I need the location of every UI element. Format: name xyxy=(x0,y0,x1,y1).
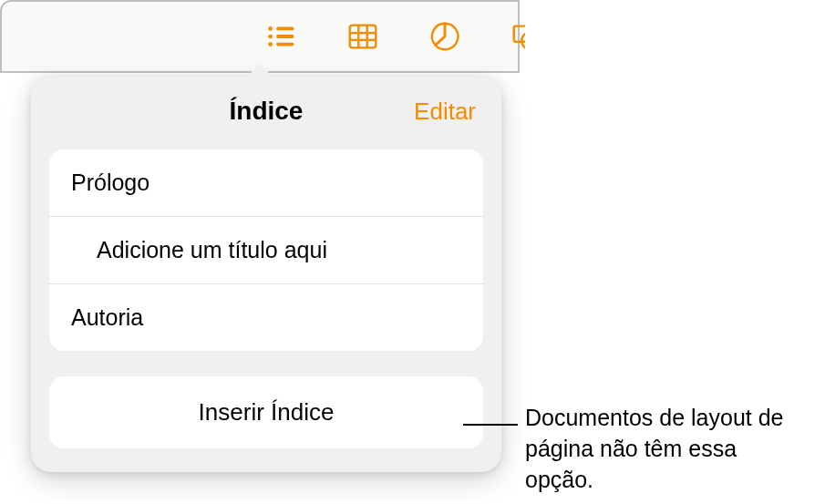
toc-item-subtitle[interactable]: Adicione um título aqui xyxy=(49,217,483,284)
toc-popover: Índice Editar Prólogo Adicione um título… xyxy=(31,77,501,472)
svg-point-2 xyxy=(268,35,273,39)
popover-title: Índice xyxy=(230,97,304,126)
toolbar xyxy=(0,0,520,73)
popover-header: Índice Editar xyxy=(49,97,483,126)
table-icon[interactable] xyxy=(345,18,381,55)
toc-item-autoria[interactable]: Autoria xyxy=(49,284,483,351)
toolbar-icons-group xyxy=(263,18,525,55)
svg-rect-5 xyxy=(276,43,294,46)
svg-rect-6 xyxy=(350,26,376,48)
insert-toc-button[interactable]: Inserir Índice xyxy=(49,376,483,448)
svg-point-4 xyxy=(268,42,273,46)
toc-list: Prólogo Adicione um título aqui Autoria xyxy=(49,149,483,351)
callout-annotation: Documentos de layout de página não têm e… xyxy=(525,403,808,495)
svg-rect-12 xyxy=(514,26,525,42)
callout-line xyxy=(463,424,518,426)
edit-button[interactable]: Editar xyxy=(414,98,476,126)
svg-rect-1 xyxy=(276,27,294,31)
callout-text: Documentos de layout de página não têm e… xyxy=(525,403,808,495)
chart-icon[interactable] xyxy=(427,18,463,55)
toc-item-prologo[interactable]: Prólogo xyxy=(49,149,483,217)
svg-point-0 xyxy=(268,26,273,31)
list-icon[interactable] xyxy=(263,18,299,55)
shape-icon[interactable] xyxy=(509,18,525,55)
svg-rect-3 xyxy=(276,35,294,38)
